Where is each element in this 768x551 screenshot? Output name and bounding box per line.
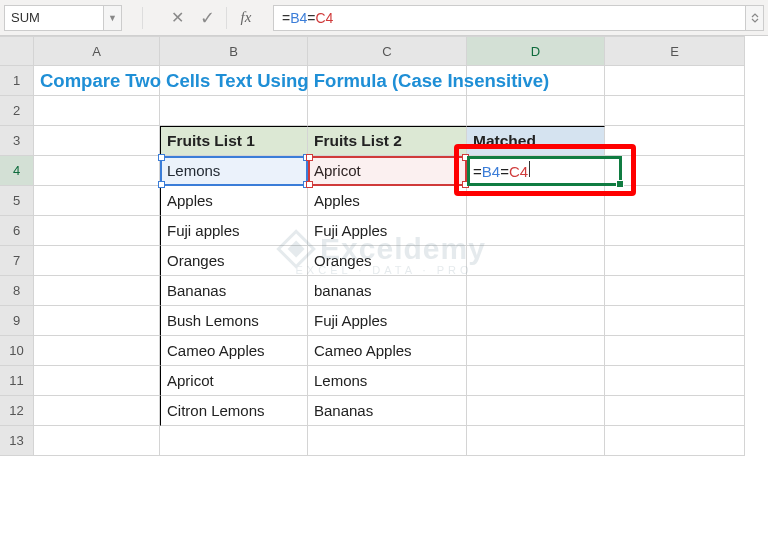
table-cell[interactable]: Cameo Apples [160,336,308,366]
cell[interactable] [160,426,308,456]
cell[interactable] [605,396,745,426]
cell[interactable] [160,96,308,126]
cell[interactable] [605,216,745,246]
table-cell[interactable]: Apricot [160,366,308,396]
table-cell[interactable] [467,216,605,246]
row-header-4[interactable]: 4 [0,156,34,186]
table-header-c1[interactable]: Fruits List 1 [160,126,308,156]
cell[interactable] [34,156,160,186]
confirm-icon[interactable]: ✓ [192,5,222,31]
name-box[interactable]: SUM [4,5,104,31]
table-cell[interactable]: Fuji Apples [308,306,467,336]
fx-icon[interactable]: fx [231,5,261,31]
cell[interactable] [308,426,467,456]
col-header-A[interactable]: A [34,36,160,66]
cell-formula-text: =B4=C4 [473,161,530,180]
table-cell[interactable] [467,306,605,336]
table-cell[interactable]: Apples [308,186,467,216]
formula-bar: SUM ▼ ✕ ✓ fx =B4=C4 [0,0,768,36]
cell[interactable] [34,276,160,306]
cell[interactable] [605,306,745,336]
row-header-1[interactable]: 1 [0,66,34,96]
table-cell[interactable]: Cameo Apples [308,336,467,366]
table-cell[interactable] [467,276,605,306]
table-cell[interactable]: Bush Lemons [160,306,308,336]
table-cell[interactable]: Citron Lemons [160,396,308,426]
table-cell[interactable] [467,186,605,216]
cell[interactable] [34,336,160,366]
col-header-C[interactable]: C [308,36,467,66]
row-header-5[interactable]: 5 [0,186,34,216]
row-header-11[interactable]: 11 [0,366,34,396]
expand-icon[interactable] [746,5,764,31]
cell[interactable] [605,126,745,156]
row-header-12[interactable]: 12 [0,396,34,426]
cell[interactable] [308,96,467,126]
cell[interactable] [34,396,160,426]
table-cell[interactable] [467,396,605,426]
cell[interactable] [34,216,160,246]
cell[interactable] [605,96,745,126]
cell[interactable] [34,366,160,396]
row-header-10[interactable]: 10 [0,336,34,366]
cell[interactable] [605,366,745,396]
table-cell[interactable]: Lemons [160,156,308,186]
formula-text: =B4=C4 [282,10,333,26]
cell[interactable] [34,246,160,276]
cell[interactable] [605,246,745,276]
table-cell[interactable]: Apricot [308,156,467,186]
table-cell[interactable] [467,366,605,396]
table-cell[interactable]: Oranges [160,246,308,276]
row-header-7[interactable]: 7 [0,246,34,276]
row-header-6[interactable]: 6 [0,216,34,246]
cell[interactable] [605,426,745,456]
table-cell[interactable]: bananas [308,276,467,306]
formula-input[interactable]: =B4=C4 [273,5,746,31]
cell[interactable] [34,426,160,456]
col-header-E[interactable]: E [605,36,745,66]
name-box-dropdown[interactable]: ▼ [104,5,122,31]
col-header-D[interactable]: D [467,36,605,66]
cell[interactable] [605,66,745,96]
table-cell[interactable]: Bananas [160,276,308,306]
table-header-c3[interactable]: Matched [467,126,605,156]
cell[interactable] [605,276,745,306]
cell[interactable] [605,156,745,186]
col-header-B[interactable]: B [160,36,308,66]
cancel-icon[interactable]: ✕ [162,5,192,31]
cell[interactable] [34,306,160,336]
spreadsheet-grid[interactable]: A B C D E 1 Compare Two Cells Text Using… [0,36,768,456]
table-cell[interactable]: Oranges [308,246,467,276]
table-header-c2[interactable]: Fruits List 2 [308,126,467,156]
cell[interactable] [467,426,605,456]
table-cell[interactable] [467,336,605,366]
table-cell[interactable] [467,246,605,276]
row-header-2[interactable]: 2 [0,96,34,126]
page-title[interactable]: Compare Two Cells Text Using Formula (Ca… [34,66,160,96]
row-header-13[interactable]: 13 [0,426,34,456]
cell[interactable] [605,186,745,216]
row-header-9[interactable]: 9 [0,306,34,336]
cell[interactable] [34,186,160,216]
row-header-8[interactable]: 8 [0,276,34,306]
cell[interactable] [34,96,160,126]
table-cell[interactable]: Bananas [308,396,467,426]
cell[interactable] [467,96,605,126]
table-cell[interactable]: Fuji Apples [308,216,467,246]
cell[interactable] [34,126,160,156]
table-cell[interactable]: Apples [160,186,308,216]
select-all-corner[interactable] [0,36,34,66]
cell[interactable] [605,336,745,366]
table-cell[interactable]: Fuji apples [160,216,308,246]
row-header-3[interactable]: 3 [0,126,34,156]
table-cell[interactable]: Lemons [308,366,467,396]
active-cell-D4[interactable]: =B4=C4 [467,156,605,186]
